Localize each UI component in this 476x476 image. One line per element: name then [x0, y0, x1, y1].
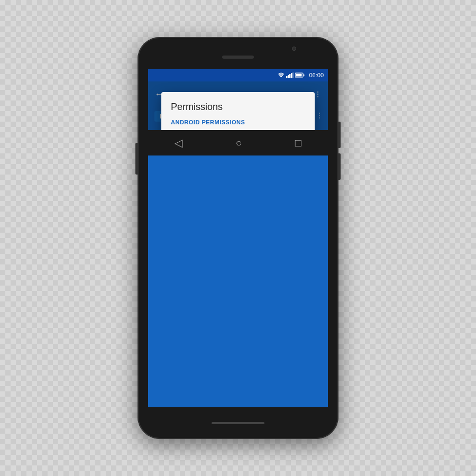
phone-top [138, 37, 338, 69]
phone-shell: 06:00 ← ⋮ INSTA... ⏻ ⊞ □ 🛡 ✦ [138, 37, 338, 439]
permission-item[interactable]: Access fine location [161, 130, 315, 130]
svg-rect-1 [288, 75, 289, 78]
phone-bottom [138, 407, 338, 439]
wifi-icon [278, 72, 285, 78]
nav-home-icon[interactable]: ○ [235, 137, 242, 149]
signal-icon [286, 72, 294, 78]
battery-icon [295, 72, 305, 78]
power-button[interactable] [135, 143, 138, 175]
permissions-dialog: Permissions ANDROID PERMISSIONS Access f… [161, 92, 315, 130]
status-icons [278, 72, 305, 78]
nav-recents-icon[interactable]: □ [295, 137, 301, 149]
front-camera [292, 47, 296, 51]
home-bar [212, 422, 264, 424]
svg-rect-6 [304, 75, 305, 76]
permission-list[interactable]: Access fine locationAccess network state… [161, 130, 315, 130]
status-bar: 06:00 [148, 69, 328, 81]
app-content: ← ⋮ INSTA... ⏻ ⊞ □ 🛡 ✦ [148, 81, 328, 130]
svg-rect-2 [289, 74, 291, 78]
svg-rect-7 [296, 74, 302, 77]
status-time: 06:00 [309, 72, 324, 78]
nav-back-icon[interactable]: ◁ [175, 136, 182, 149]
svg-rect-4 [292, 72, 294, 78]
speaker [222, 56, 254, 59]
dialog-overlay: Permissions ANDROID PERMISSIONS Access f… [148, 81, 328, 130]
dialog-section-header: ANDROID PERMISSIONS [161, 116, 315, 130]
nav-bar: ◁ ○ □ [148, 130, 328, 155]
volume-down-button[interactable] [338, 153, 341, 180]
screen: 06:00 ← ⋮ INSTA... ⏻ ⊞ □ 🛡 ✦ [148, 69, 328, 407]
dialog-title: Permissions [161, 92, 315, 116]
svg-rect-0 [286, 76, 288, 78]
svg-rect-3 [291, 73, 292, 78]
volume-up-button[interactable] [338, 122, 341, 148]
